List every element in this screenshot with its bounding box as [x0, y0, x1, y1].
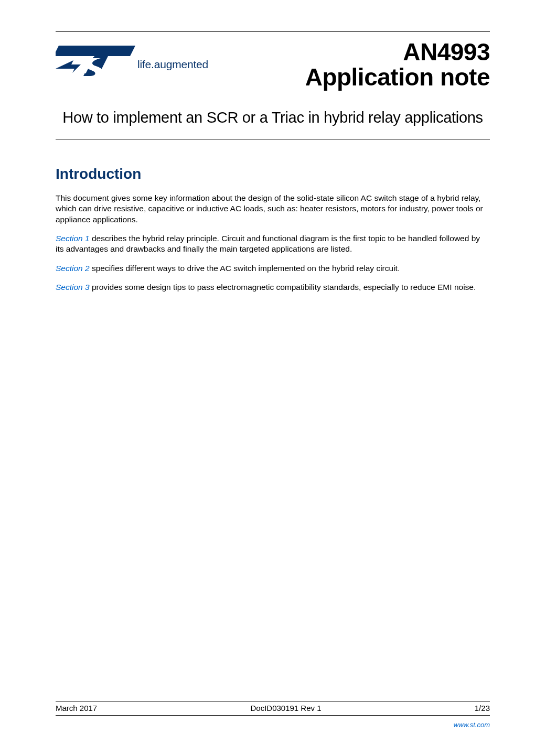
doc-title-block: AN4993 Application note: [305, 39, 490, 90]
intro-para-2: Section 1 describes the hybrid relay pri…: [56, 233, 490, 255]
footer: March 2017 DocID030191 Rev 1 1/23 www.st…: [56, 701, 490, 729]
section-heading-introduction: Introduction: [56, 166, 490, 182]
intro-para-2-rest: describes the hybrid relay principle. Ci…: [56, 234, 480, 253]
header: life.augmented AN4993 Application note: [56, 39, 490, 99]
logo-tagline: life.augmented: [137, 58, 208, 71]
link-section-1[interactable]: Section 1: [56, 234, 90, 243]
intro-para-4-rest: provides some design tips to pass electr…: [90, 283, 476, 291]
intro-para-1: This document gives some key information…: [56, 193, 490, 225]
st-logo: life.augmented: [56, 41, 208, 88]
tagline-word-augmented: augmented: [154, 58, 208, 70]
link-section-3[interactable]: Section 3: [56, 283, 90, 291]
doc-number: AN4993: [305, 39, 490, 64]
footer-page: 1/23: [475, 704, 490, 712]
rule-top: [56, 31, 490, 32]
link-section-2[interactable]: Section 2: [56, 264, 90, 273]
footer-row: March 2017 DocID030191 Rev 1 1/23: [56, 701, 490, 716]
intro-para-3: Section 2 specifies different ways to dr…: [56, 263, 490, 274]
intro-para-3-rest: specifies different ways to drive the AC…: [90, 264, 400, 273]
st-logo-mark: [56, 41, 140, 88]
doc-type: Application note: [305, 64, 490, 90]
intro-para-4: Section 3 provides some design tips to p…: [56, 282, 490, 293]
page-title: How to implement an SCR or a Triac in hy…: [56, 109, 490, 126]
tagline-word-life: life: [137, 58, 151, 70]
footer-url[interactable]: www.st.com: [56, 721, 490, 729]
intro-body: This document gives some key information…: [56, 193, 490, 293]
footer-docid: DocID030191 Rev 1: [250, 704, 321, 712]
rule-under-title: [56, 139, 490, 139]
footer-date: March 2017: [56, 704, 97, 712]
